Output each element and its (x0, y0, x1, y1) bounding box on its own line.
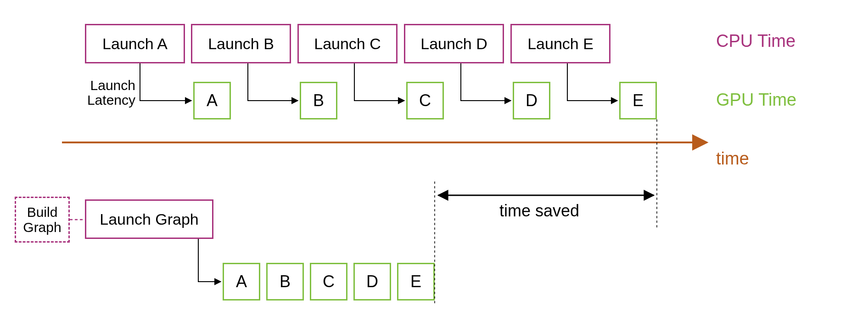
cpu-launch-C: Launch C (297, 24, 398, 63)
cpu-launch-B: Launch B (191, 24, 291, 63)
gpu-kernel-E-bottom-label: E (410, 272, 421, 291)
gpu-kernel-D-top-label: D (526, 91, 538, 110)
latency-arrow-D (461, 63, 511, 101)
gpu-kernel-D-bottom: D (353, 263, 391, 300)
latency-arrow-A (140, 63, 191, 101)
gpu-kernel-E-top: E (619, 82, 657, 119)
time-axis-label: time (716, 150, 749, 168)
cpu-launch-D-label: Launch D (420, 35, 487, 53)
gpu-kernel-E-bottom: E (397, 263, 435, 300)
cpu-launch-A-label: Launch A (102, 35, 168, 53)
gpu-kernel-C-top: C (406, 82, 444, 119)
gpu-kernel-D-top: D (513, 82, 550, 119)
time-saved-label: time saved (493, 202, 585, 220)
gpu-kernel-A-top: A (193, 82, 231, 119)
build-graph-box: Build Graph (15, 197, 70, 243)
diagram-canvas: Launch A Launch B Launch C Launch D Laun… (0, 0, 868, 323)
gpu-kernel-C-top-label: C (419, 91, 431, 110)
build-graph-line2: Graph (23, 220, 61, 235)
cpu-launch-E-label: Launch E (527, 35, 594, 53)
launch-latency-line1: Launch (90, 78, 135, 93)
gpu-kernel-A-top-label: A (207, 91, 218, 110)
gpu-kernel-C-bottom-label: C (323, 272, 335, 291)
cpu-launch-D: Launch D (404, 24, 504, 63)
cpu-launch-E: Launch E (510, 24, 610, 63)
latency-arrow-E (567, 63, 617, 101)
legend-gpu-time: GPU Time (716, 91, 796, 109)
gpu-kernel-C-bottom: C (310, 263, 347, 300)
cpu-launch-A: Launch A (85, 24, 185, 63)
cpu-launch-B-label: Launch B (208, 35, 274, 53)
gpu-kernel-A-bottom-label: A (236, 272, 247, 291)
gpu-kernel-E-top-label: E (633, 91, 644, 110)
cpu-launch-C-label: Launch C (314, 35, 381, 53)
build-graph-line1: Build (27, 204, 58, 220)
gpu-kernel-A-bottom: A (223, 263, 260, 300)
build-graph-label: Build Graph (23, 204, 61, 235)
launch-graph-arrow (198, 239, 221, 282)
launch-graph-box: Launch Graph (85, 199, 213, 239)
latency-arrow-B (248, 63, 298, 101)
launch-latency-line2: Latency (87, 92, 135, 108)
legend-cpu-time: CPU Time (716, 32, 795, 51)
launch-latency-label: Launch Latency (80, 78, 135, 107)
latency-arrow-C (354, 63, 404, 101)
launch-graph-label: Launch Graph (100, 210, 199, 228)
gpu-kernel-B-top: B (300, 82, 337, 119)
gpu-kernel-B-top-label: B (313, 91, 324, 110)
gpu-kernel-D-bottom-label: D (366, 272, 378, 291)
gpu-kernel-B-bottom-label: B (280, 272, 291, 291)
gpu-kernel-B-bottom: B (266, 263, 304, 300)
